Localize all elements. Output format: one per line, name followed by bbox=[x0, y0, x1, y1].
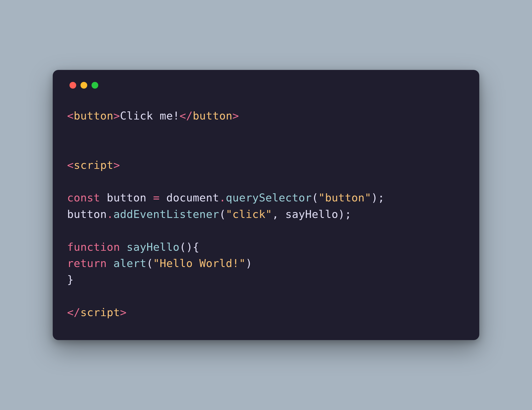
semicolon: ; bbox=[345, 208, 352, 221]
code-editor-window: <button>Click me!</button> <script> cons… bbox=[53, 70, 479, 340]
fn-queryselector: querySelector bbox=[226, 191, 312, 204]
paren-open: ( bbox=[312, 191, 318, 204]
paren-close: ) bbox=[338, 208, 345, 221]
angle-close: > bbox=[113, 159, 120, 171]
string-helloworld: "Hello World!" bbox=[153, 257, 246, 270]
tag-button-close: button bbox=[193, 110, 232, 122]
code-content: <button>Click me!</button> <script> cons… bbox=[67, 108, 465, 321]
fn-alert: alert bbox=[113, 257, 146, 270]
slash: / bbox=[74, 306, 81, 319]
keyword-function: function bbox=[67, 241, 120, 253]
space bbox=[120, 241, 127, 253]
angle-open: < bbox=[67, 306, 74, 319]
paren-open: ( bbox=[180, 241, 186, 253]
dot-operator: . bbox=[219, 191, 226, 204]
fn-addeventlistener: addEventListener bbox=[113, 208, 219, 221]
operator-equals: = bbox=[146, 191, 166, 204]
angle-close: > bbox=[232, 110, 239, 122]
obj-document: document bbox=[166, 191, 219, 204]
paren-open: ( bbox=[219, 208, 226, 221]
maximize-icon[interactable] bbox=[92, 82, 98, 89]
tag-script-open: script bbox=[74, 159, 114, 171]
paren-open: ( bbox=[146, 257, 153, 270]
space bbox=[100, 191, 107, 204]
keyword-return: return bbox=[67, 257, 107, 270]
angle-open: < bbox=[67, 110, 74, 122]
paren-close: ) bbox=[371, 191, 378, 204]
paren-close: ) bbox=[246, 257, 252, 270]
keyword-const: const bbox=[67, 191, 100, 204]
paren-close: ) bbox=[186, 241, 193, 253]
string-button: "button" bbox=[318, 191, 371, 204]
button-text-content: Click me! bbox=[120, 110, 180, 122]
angle-open: < bbox=[180, 110, 186, 122]
minimize-icon[interactable] bbox=[81, 82, 87, 89]
angle-close: > bbox=[113, 110, 120, 122]
tag-button-open: button bbox=[74, 110, 114, 122]
space bbox=[107, 257, 114, 270]
brace-close: } bbox=[67, 273, 74, 286]
window-traffic-lights bbox=[69, 82, 465, 89]
var-button: button bbox=[107, 191, 147, 204]
dot-operator: . bbox=[107, 208, 114, 221]
fn-ref-sayhello: sayHello bbox=[285, 208, 338, 221]
var-button-ref: button bbox=[67, 208, 107, 221]
tag-script-close: script bbox=[80, 306, 120, 319]
angle-open: < bbox=[67, 159, 74, 171]
string-click: "click" bbox=[226, 208, 272, 221]
comma: , bbox=[272, 208, 285, 221]
close-icon[interactable] bbox=[69, 82, 76, 89]
slash: / bbox=[186, 110, 193, 122]
semicolon: ; bbox=[378, 191, 385, 204]
fn-def-sayhello: sayHello bbox=[126, 241, 180, 253]
angle-close: > bbox=[120, 306, 127, 319]
brace-open: { bbox=[193, 241, 200, 253]
